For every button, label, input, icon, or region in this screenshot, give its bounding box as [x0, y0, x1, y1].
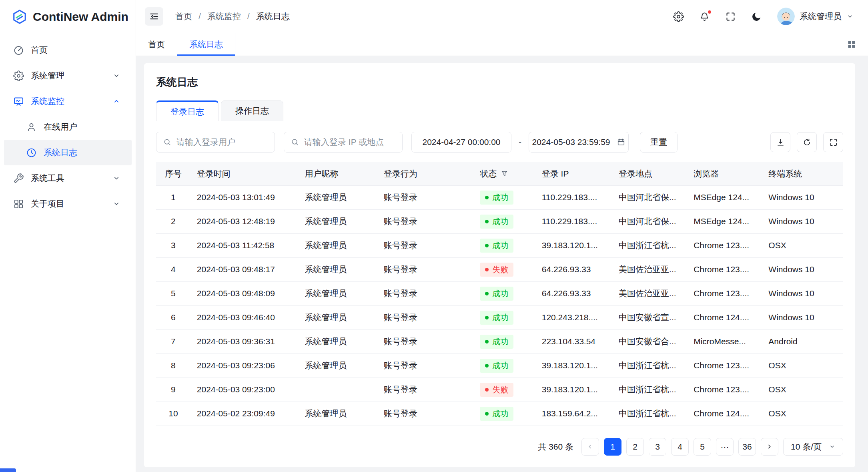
- cell-location: 美国佐治亚亚...: [612, 281, 687, 305]
- cell-nickname: 系统管理员: [298, 209, 377, 233]
- col-action: 登录行为: [377, 162, 473, 185]
- date-end-picker[interactable]: 2024-05-03 23:59:59: [529, 132, 629, 153]
- tab-system-log[interactable]: 系统日志: [177, 33, 235, 56]
- tab-home[interactable]: 首页: [136, 33, 177, 56]
- cell-index: 9: [156, 378, 190, 402]
- app-logo-row[interactable]: ContiNew Admin: [0, 0, 136, 33]
- table-row: 82024-05-03 09:23:06系统管理员账号登录成功39.183.12…: [156, 353, 843, 378]
- cell-location: 中国河北省保...: [612, 185, 687, 209]
- table-toolbar: [770, 132, 843, 152]
- tab-list-button[interactable]: [846, 39, 857, 50]
- page-size-select[interactable]: 10 条/页: [783, 438, 843, 456]
- topbar: 首页 / 系统监控 / 系统日志: [136, 0, 868, 33]
- sidebar-item-system-management[interactable]: 系统管理: [0, 63, 136, 88]
- cell-browser: Chrome 123....: [687, 257, 762, 281]
- chevron-left-icon: [586, 443, 594, 450]
- cell-action: 账号登录: [377, 209, 473, 233]
- page-button-3[interactable]: 3: [649, 438, 666, 456]
- tabbar-actions: [846, 33, 868, 56]
- cell-ip: 39.183.120.1...: [535, 353, 612, 378]
- cell-browser: Chrome 124....: [687, 402, 762, 426]
- tab-operation-log[interactable]: 操作日志: [221, 100, 283, 121]
- refresh-button[interactable]: [797, 132, 817, 152]
- table-row: 22024-05-03 12:48:19系统管理员账号登录成功110.229.1…: [156, 209, 843, 233]
- sidebar-item-about-project[interactable]: 关于项目: [0, 191, 136, 217]
- cell-ip: 39.183.120.1...: [535, 233, 612, 257]
- cell-ip: 64.226.93.33: [535, 281, 612, 305]
- table-fullscreen-button[interactable]: [823, 132, 843, 152]
- breadcrumb-item-monitor[interactable]: 系统监控: [207, 11, 241, 22]
- notifications-button[interactable]: [699, 11, 710, 22]
- sidebar-item-system-monitor[interactable]: 系统监控: [0, 88, 136, 114]
- cell-browser: Chrome 123....: [687, 233, 762, 257]
- page-ellipsis-button[interactable]: ···: [716, 438, 734, 456]
- tab-login-log[interactable]: 登录日志: [156, 100, 219, 121]
- table-body: 12024-05-03 13:01:49系统管理员账号登录成功110.229.1…: [156, 185, 843, 426]
- page-button-1[interactable]: 1: [604, 438, 621, 456]
- table-row: 52024-05-03 09:48:09系统管理员账号登录成功64.226.93…: [156, 281, 843, 305]
- gear-icon: [13, 70, 24, 81]
- date-start-picker[interactable]: 2024-04-27 00:00:00: [411, 132, 511, 153]
- cell-status: 成功: [473, 233, 535, 257]
- cell-location: 中国安徽省合...: [612, 329, 687, 353]
- user-menu[interactable]: 系统管理员: [777, 8, 854, 25]
- fullscreen-button[interactable]: [725, 11, 736, 22]
- sidebar-item-system-log[interactable]: 系统日志: [4, 140, 132, 165]
- cell-nickname: 系统管理员: [298, 402, 377, 426]
- fullscreen-icon: [725, 11, 736, 22]
- menu-fold-icon: [149, 11, 159, 22]
- cell-location: 中国浙江省杭...: [612, 402, 687, 426]
- status-badge: 失败: [480, 263, 513, 277]
- login-ip-input[interactable]: [304, 137, 396, 147]
- gear-icon: [673, 11, 684, 22]
- cell-login-time: 2024-05-03 12:48:19: [190, 209, 299, 233]
- cell-action: 账号登录: [377, 257, 473, 281]
- cell-index: 2: [156, 209, 190, 233]
- col-index: 序号: [156, 162, 190, 185]
- cell-action: 账号登录: [377, 233, 473, 257]
- chevron-up-icon: [112, 97, 120, 105]
- cell-location: 中国浙江省杭...: [612, 233, 687, 257]
- cell-action: 账号登录: [377, 353, 473, 378]
- cell-login-time: 2024-05-03 13:01:49: [190, 185, 299, 209]
- app-title: ContiNew Admin: [33, 10, 128, 24]
- status-dot-icon: [485, 268, 489, 271]
- chevron-down-icon: [829, 443, 836, 450]
- prev-page-button[interactable]: [581, 438, 599, 456]
- sidebar-item-home[interactable]: 首页: [0, 37, 136, 63]
- page-button-4[interactable]: 4: [671, 438, 689, 456]
- status-badge: 成功: [480, 287, 513, 301]
- cell-status: 成功: [473, 281, 535, 305]
- cell-action: 账号登录: [377, 185, 473, 209]
- cell-ip: 120.243.218....: [535, 305, 612, 329]
- col-ip: 登录 IP: [535, 162, 612, 185]
- page-button-2[interactable]: 2: [626, 438, 644, 456]
- page-button-36[interactable]: 36: [738, 438, 756, 456]
- settings-button[interactable]: [673, 11, 684, 22]
- login-ip-search: [284, 132, 403, 153]
- sidebar-item-online-users[interactable]: 在线用户: [4, 114, 132, 140]
- sidebar-collapse-button[interactable]: [145, 7, 163, 26]
- reset-button[interactable]: 重置: [640, 132, 678, 153]
- cell-os: OSX: [762, 378, 843, 402]
- dark-mode-toggle[interactable]: [751, 11, 762, 22]
- page-button-5[interactable]: 5: [694, 438, 711, 456]
- cell-login-time: 2024-05-03 09:46:40: [190, 305, 299, 329]
- moon-icon: [751, 11, 762, 22]
- cell-browser: Chrome 124....: [687, 305, 762, 329]
- sidebar: ContiNew Admin 首页 系统管理 系统监控 在线用户 系统日志 系统…: [0, 0, 136, 472]
- breadcrumb-item-home[interactable]: 首页: [175, 11, 192, 22]
- sidebar-item-system-tools[interactable]: 系统工具: [0, 165, 136, 191]
- cell-index: 7: [156, 329, 190, 353]
- next-page-button[interactable]: [761, 438, 778, 456]
- login-user-input[interactable]: [176, 137, 268, 147]
- export-button[interactable]: [770, 132, 790, 152]
- col-os: 终端系统: [762, 162, 843, 185]
- cell-os: Android: [762, 329, 843, 353]
- filter-funnel-icon[interactable]: [501, 170, 508, 177]
- cell-os: Windows 10: [762, 257, 843, 281]
- table-row: 72024-05-03 09:36:31系统管理员账号登录成功223.104.3…: [156, 329, 843, 353]
- refresh-icon: [802, 138, 812, 147]
- col-login-time: 登录时间: [190, 162, 299, 185]
- status-badge: 成功: [480, 359, 513, 373]
